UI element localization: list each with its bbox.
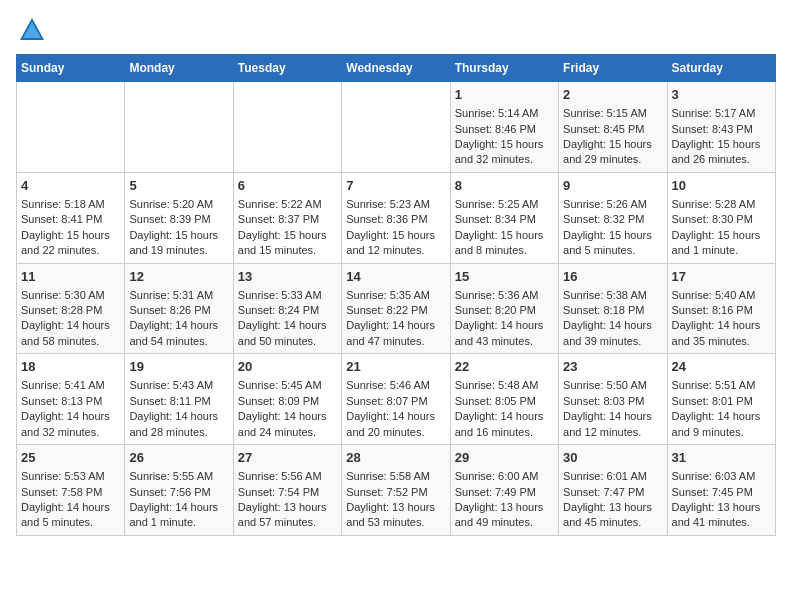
daylight-info: Daylight: 14 hours [129,318,228,333]
sunset-info: Sunset: 8:34 PM [455,212,554,227]
sunrise-info: Sunrise: 6:03 AM [672,469,771,484]
sunset-info: Sunset: 7:45 PM [672,485,771,500]
daylight-info: and 49 minutes. [455,515,554,530]
calendar-cell: 1Sunrise: 5:14 AMSunset: 8:46 PMDaylight… [450,82,558,173]
sunrise-info: Sunrise: 5:25 AM [455,197,554,212]
calendar-week-row: 1Sunrise: 5:14 AMSunset: 8:46 PMDaylight… [17,82,776,173]
daylight-info: and 24 minutes. [238,425,337,440]
sunrise-info: Sunrise: 5:40 AM [672,288,771,303]
daylight-info: and 32 minutes. [21,425,120,440]
sunset-info: Sunset: 7:47 PM [563,485,662,500]
sunset-info: Sunset: 8:20 PM [455,303,554,318]
calendar-cell: 31Sunrise: 6:03 AMSunset: 7:45 PMDayligh… [667,445,775,536]
day-number: 10 [672,177,771,195]
daylight-info: Daylight: 15 hours [238,228,337,243]
sunset-info: Sunset: 8:09 PM [238,394,337,409]
calendar-cell: 19Sunrise: 5:43 AMSunset: 8:11 PMDayligh… [125,354,233,445]
daylight-info: and 16 minutes. [455,425,554,440]
sunset-info: Sunset: 8:39 PM [129,212,228,227]
sunset-info: Sunset: 8:22 PM [346,303,445,318]
calendar-week-row: 25Sunrise: 5:53 AMSunset: 7:58 PMDayligh… [17,445,776,536]
day-number: 30 [563,449,662,467]
daylight-info: Daylight: 15 hours [563,228,662,243]
calendar-cell: 21Sunrise: 5:46 AMSunset: 8:07 PMDayligh… [342,354,450,445]
daylight-info: and 19 minutes. [129,243,228,258]
day-number: 29 [455,449,554,467]
calendar-cell: 28Sunrise: 5:58 AMSunset: 7:52 PMDayligh… [342,445,450,536]
day-number: 24 [672,358,771,376]
sunrise-info: Sunrise: 5:58 AM [346,469,445,484]
sunset-info: Sunset: 8:03 PM [563,394,662,409]
sunset-info: Sunset: 8:24 PM [238,303,337,318]
calendar-cell: 25Sunrise: 5:53 AMSunset: 7:58 PMDayligh… [17,445,125,536]
daylight-info: Daylight: 13 hours [238,500,337,515]
sunset-info: Sunset: 8:43 PM [672,122,771,137]
sunrise-info: Sunrise: 5:28 AM [672,197,771,212]
sunrise-info: Sunrise: 5:14 AM [455,106,554,121]
calendar-table: SundayMondayTuesdayWednesdayThursdayFrid… [16,54,776,536]
day-number: 3 [672,86,771,104]
sunrise-info: Sunrise: 5:38 AM [563,288,662,303]
day-number: 11 [21,268,120,286]
sunrise-info: Sunrise: 5:43 AM [129,378,228,393]
sunrise-info: Sunrise: 5:15 AM [563,106,662,121]
sunset-info: Sunset: 8:16 PM [672,303,771,318]
daylight-info: and 57 minutes. [238,515,337,530]
calendar-cell: 5Sunrise: 5:20 AMSunset: 8:39 PMDaylight… [125,172,233,263]
daylight-info: Daylight: 14 hours [346,318,445,333]
day-number: 5 [129,177,228,195]
daylight-info: Daylight: 15 hours [455,137,554,152]
day-number: 19 [129,358,228,376]
daylight-info: and 45 minutes. [563,515,662,530]
sunrise-info: Sunrise: 5:17 AM [672,106,771,121]
daylight-info: and 20 minutes. [346,425,445,440]
calendar-cell: 29Sunrise: 6:00 AMSunset: 7:49 PMDayligh… [450,445,558,536]
sunrise-info: Sunrise: 5:46 AM [346,378,445,393]
daylight-info: and 41 minutes. [672,515,771,530]
daylight-info: and 26 minutes. [672,152,771,167]
day-number: 27 [238,449,337,467]
daylight-info: Daylight: 14 hours [129,500,228,515]
daylight-info: Daylight: 14 hours [672,409,771,424]
weekday-row: SundayMondayTuesdayWednesdayThursdayFrid… [17,55,776,82]
calendar-cell: 8Sunrise: 5:25 AMSunset: 8:34 PMDaylight… [450,172,558,263]
day-number: 16 [563,268,662,286]
sunset-info: Sunset: 7:58 PM [21,485,120,500]
calendar-body: 1Sunrise: 5:14 AMSunset: 8:46 PMDaylight… [17,82,776,536]
logo [16,16,46,44]
calendar-cell: 27Sunrise: 5:56 AMSunset: 7:54 PMDayligh… [233,445,341,536]
daylight-info: Daylight: 13 hours [346,500,445,515]
sunrise-info: Sunrise: 5:36 AM [455,288,554,303]
daylight-info: Daylight: 14 hours [563,409,662,424]
sunrise-info: Sunrise: 5:41 AM [21,378,120,393]
calendar-cell: 30Sunrise: 6:01 AMSunset: 7:47 PMDayligh… [559,445,667,536]
daylight-info: and 9 minutes. [672,425,771,440]
daylight-info: and 39 minutes. [563,334,662,349]
daylight-info: Daylight: 14 hours [455,409,554,424]
calendar-cell: 3Sunrise: 5:17 AMSunset: 8:43 PMDaylight… [667,82,775,173]
day-number: 2 [563,86,662,104]
sunrise-info: Sunrise: 5:31 AM [129,288,228,303]
daylight-info: Daylight: 15 hours [129,228,228,243]
day-number: 31 [672,449,771,467]
calendar-cell: 24Sunrise: 5:51 AMSunset: 8:01 PMDayligh… [667,354,775,445]
sunrise-info: Sunrise: 6:01 AM [563,469,662,484]
calendar-cell: 15Sunrise: 5:36 AMSunset: 8:20 PMDayligh… [450,263,558,354]
day-number: 8 [455,177,554,195]
weekday-header: Thursday [450,55,558,82]
daylight-info: Daylight: 15 hours [21,228,120,243]
daylight-info: and 29 minutes. [563,152,662,167]
sunset-info: Sunset: 8:18 PM [563,303,662,318]
day-number: 7 [346,177,445,195]
daylight-info: and 43 minutes. [455,334,554,349]
day-number: 6 [238,177,337,195]
sunrise-info: Sunrise: 5:45 AM [238,378,337,393]
day-number: 4 [21,177,120,195]
sunset-info: Sunset: 8:36 PM [346,212,445,227]
sunrise-info: Sunrise: 5:48 AM [455,378,554,393]
daylight-info: and 15 minutes. [238,243,337,258]
weekday-header: Friday [559,55,667,82]
calendar-cell [125,82,233,173]
daylight-info: and 1 minute. [129,515,228,530]
calendar-cell: 16Sunrise: 5:38 AMSunset: 8:18 PMDayligh… [559,263,667,354]
